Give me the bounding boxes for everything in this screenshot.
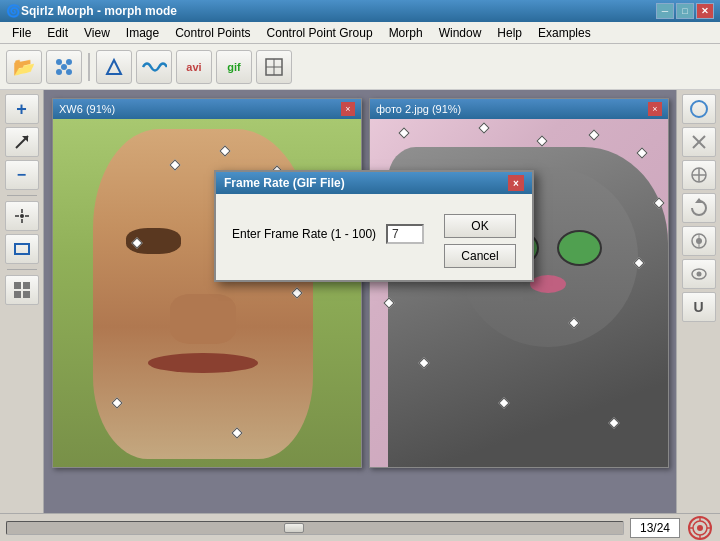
rect-tool-icon bbox=[12, 239, 32, 259]
grid-layout-icon bbox=[12, 280, 32, 300]
minus-tool[interactable]: − bbox=[5, 160, 39, 190]
gif-button[interactable]: gif bbox=[216, 50, 252, 84]
picker-tool[interactable] bbox=[5, 201, 39, 231]
avi-button[interactable]: avi bbox=[176, 50, 212, 84]
svg-point-0 bbox=[56, 59, 62, 65]
u-right-tool[interactable]: U bbox=[682, 292, 716, 322]
svg-rect-19 bbox=[23, 282, 30, 289]
maximize-button[interactable]: □ bbox=[676, 3, 694, 19]
canvas-area: XW6 (91%) × bbox=[44, 90, 676, 513]
cancel-button[interactable]: Cancel bbox=[444, 244, 516, 268]
frame-rate-input[interactable] bbox=[386, 224, 424, 244]
ellipse-right-tool[interactable] bbox=[682, 94, 716, 124]
menu-help[interactable]: Help bbox=[489, 24, 530, 42]
control-points-button[interactable] bbox=[46, 50, 82, 84]
svg-point-1 bbox=[66, 59, 72, 65]
eye-right-tool[interactable] bbox=[682, 259, 716, 289]
menu-edit[interactable]: Edit bbox=[39, 24, 76, 42]
svg-rect-20 bbox=[14, 291, 21, 298]
left-toolbox: + − bbox=[0, 90, 44, 513]
frame-rate-dialog: Frame Rate (GIF File) × Enter Frame Rate… bbox=[214, 170, 534, 282]
triangle-button[interactable] bbox=[96, 50, 132, 84]
svg-point-3 bbox=[66, 69, 72, 75]
ok-button[interactable]: OK bbox=[444, 214, 516, 238]
right-toolbox: U bbox=[676, 90, 720, 513]
svg-point-36 bbox=[697, 525, 703, 531]
scrollbar-thumb[interactable] bbox=[284, 523, 304, 533]
wave-button[interactable] bbox=[136, 50, 172, 84]
menu-examples[interactable]: Examples bbox=[530, 24, 599, 42]
eye-icon bbox=[689, 264, 709, 284]
svg-point-12 bbox=[20, 214, 24, 218]
dialog-close-button[interactable]: × bbox=[508, 175, 524, 191]
grid-icon bbox=[263, 56, 285, 78]
picker-icon bbox=[12, 206, 32, 226]
menu-file[interactable]: File bbox=[4, 24, 39, 42]
dialog-title-text: Frame Rate (GIF File) bbox=[224, 176, 345, 190]
dialog-title-bar: Frame Rate (GIF File) × bbox=[216, 172, 532, 194]
svg-point-22 bbox=[691, 101, 707, 117]
menu-control-points[interactable]: Control Points bbox=[167, 24, 258, 42]
arrow-tool[interactable] bbox=[5, 127, 39, 157]
triangle-icon bbox=[103, 56, 125, 78]
pin-right-tool[interactable] bbox=[682, 160, 716, 190]
scrollbar-track[interactable] bbox=[6, 521, 624, 535]
menu-window[interactable]: Window bbox=[431, 24, 490, 42]
pin-icon bbox=[689, 165, 709, 185]
bottom-bar: 13/24 bbox=[0, 513, 720, 541]
open-folder-button[interactable]: 📂 bbox=[6, 50, 42, 84]
svg-point-2 bbox=[56, 69, 62, 75]
menu-image[interactable]: Image bbox=[118, 24, 167, 42]
avi-icon: avi bbox=[186, 61, 201, 73]
grid-button[interactable] bbox=[256, 50, 292, 84]
main-area: + − bbox=[0, 90, 720, 513]
title-bar: 🌀 Sqirlz Morph - morph mode ─ □ ✕ bbox=[0, 0, 720, 22]
wave-icon bbox=[141, 56, 167, 78]
svg-point-4 bbox=[61, 64, 67, 70]
rotate-icon bbox=[689, 198, 709, 218]
title-bar-controls: ─ □ ✕ bbox=[656, 3, 714, 19]
target-icon-svg bbox=[687, 515, 713, 541]
menu-control-point-group[interactable]: Control Point Group bbox=[259, 24, 381, 42]
svg-rect-21 bbox=[23, 291, 30, 298]
dots-icon bbox=[53, 56, 75, 78]
dialog-input-row: Enter Frame Rate (1 - 100) bbox=[232, 224, 434, 244]
svg-point-33 bbox=[696, 272, 701, 277]
menu-bar: File Edit View Image Control Points Cont… bbox=[0, 22, 720, 44]
frame-counter: 13/24 bbox=[630, 518, 680, 538]
title-bar-text: Sqirlz Morph - morph mode bbox=[21, 4, 177, 18]
svg-rect-18 bbox=[14, 282, 21, 289]
svg-marker-5 bbox=[107, 60, 121, 74]
anchor-icon bbox=[689, 231, 709, 251]
tool-separator-1 bbox=[7, 195, 37, 196]
folder-icon: 📂 bbox=[13, 56, 35, 78]
gif-icon: gif bbox=[227, 61, 240, 73]
dialog-label: Enter Frame Rate (1 - 100) bbox=[232, 227, 376, 241]
dialog-form: Enter Frame Rate (1 - 100) bbox=[232, 214, 434, 268]
grid-layout-tool[interactable] bbox=[5, 275, 39, 305]
close-button[interactable]: ✕ bbox=[696, 3, 714, 19]
add-point-tool[interactable]: + bbox=[5, 94, 39, 124]
toolbar: 📂 avi gif bbox=[0, 44, 720, 90]
menu-view[interactable]: View bbox=[76, 24, 118, 42]
title-bar-icon: 🌀 bbox=[6, 4, 21, 18]
ellipse-icon bbox=[689, 99, 709, 119]
minimize-button[interactable]: ─ bbox=[656, 3, 674, 19]
tool-separator-2 bbox=[7, 269, 37, 270]
target-icon-button[interactable] bbox=[686, 514, 714, 542]
toolbar-separator-1 bbox=[88, 53, 90, 81]
svg-rect-17 bbox=[15, 244, 29, 254]
dialog-buttons: OK Cancel bbox=[444, 214, 516, 268]
dialog-overlay: Frame Rate (GIF File) × Enter Frame Rate… bbox=[44, 90, 676, 513]
menu-morph[interactable]: Morph bbox=[381, 24, 431, 42]
dialog-content: Enter Frame Rate (1 - 100) OK Cancel bbox=[216, 194, 532, 280]
cross-icon bbox=[689, 132, 709, 152]
arrow-tool-icon bbox=[12, 132, 32, 152]
anchor-right-tool[interactable] bbox=[682, 226, 716, 256]
rect-tool[interactable] bbox=[5, 234, 39, 264]
cross-right-tool[interactable] bbox=[682, 127, 716, 157]
rotate-right-tool[interactable] bbox=[682, 193, 716, 223]
